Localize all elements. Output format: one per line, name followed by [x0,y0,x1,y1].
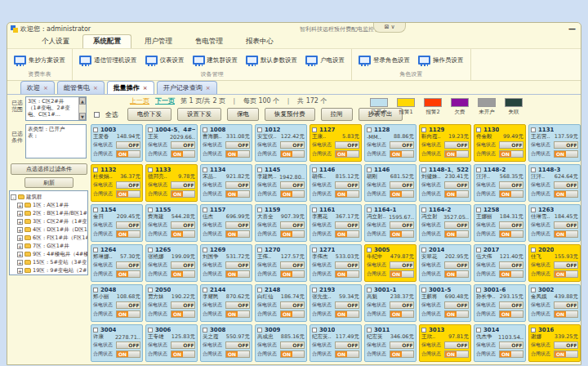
off-state[interactable]: OFF [183,342,194,348]
meter-checkbox[interactable] [312,208,317,212]
refresh-button[interactable]: 刷新 [24,177,74,188]
meter-card[interactable]: 1012 安宝仪.. 122.42元 保电状态 OFF 合闸状态 ON [255,124,307,162]
gate-status-toggle[interactable]: ON [444,270,469,278]
meter-checkbox[interactable] [476,208,481,212]
supply-status-toggle[interactable]: OFF [444,301,469,309]
supply-status-toggle[interactable]: OFF [335,341,359,349]
close-tab-icon[interactable]: × [206,85,211,92]
off-state[interactable]: OFF [402,302,413,308]
tree-node[interactable]: + 9区：4#楼电井（4#楼… [11,250,87,258]
selected-condition-box[interactable]: 表类型：已开户表； [25,124,87,158]
on-state[interactable]: ON [117,271,128,277]
meter-checkbox[interactable] [421,248,426,252]
off-state[interactable]: OFF [566,302,577,308]
meter-card[interactable]: 1132 杜俊娟.. 36.37元 保电状态 OFF 合闸状态 ON [91,164,143,202]
ribbon-button[interactable]: 集抄方案设置 [14,56,65,65]
gate-status-toggle[interactable]: ON [171,190,195,198]
expand-icon[interactable]: + [17,260,23,266]
off-state[interactable]: OFF [292,342,304,348]
gate-status-toggle[interactable]: ON [554,150,578,158]
gate-status-toggle[interactable]: ON [335,190,359,198]
minimize-button[interactable]: — [568,25,576,33]
meter-card[interactable]: 1131 王若营.. 137.59元 保电状态 OFF 合闸状态 ON [528,124,581,162]
gate-status-toggle[interactable]: ON [499,190,523,198]
meter-checkbox[interactable] [203,208,207,212]
selected-range-listbox[interactable]: 3区：C区2#井（1#变电、2#变电、C区1#… ▲ ▼ [25,96,87,121]
expand-icon[interactable]: + [17,227,23,233]
off-state[interactable]: OFF [292,262,304,268]
meter-checkbox[interactable] [93,248,98,252]
supply-status-toggle[interactable]: OFF [280,221,305,229]
on-state[interactable]: ON [226,351,238,357]
gate-status-toggle[interactable]: ON [390,350,414,358]
gate-status-toggle[interactable]: ON [499,270,523,278]
supply-status-toggle[interactable]: OFF [116,261,140,269]
gate-status-toggle[interactable]: ON [335,150,359,158]
tree-node[interactable]: + 15区：5#变站（3#变… [11,258,87,266]
meter-checkbox[interactable] [257,248,262,252]
meter-card[interactable]: 1133 德邦亮.. 9.78元 保电状态 OFF 合闸状态 ON [145,164,198,202]
ribbon-button[interactable]: 建筑群设置 [193,56,238,65]
gate-status-toggle[interactable]: ON [554,230,578,238]
gate-status-toggle[interactable]: ON [225,310,250,318]
tree-node[interactable]: + 6区：F区1#井（F区1#… [11,234,87,242]
supply-status-toggle[interactable]: OFF [390,181,414,189]
meter-card[interactable]: 3001-5 王麒将 690.48元 保电状态 OFF 合闸状态 ON [419,284,471,322]
tree-node[interactable]: + 3区：C区2#井（1#变… [11,217,87,225]
gate-status-toggle[interactable]: ON [116,270,140,278]
meter-card[interactable]: 3016 谢娜 339.25元 保电状态 OFF 合闸状态 ON [528,324,581,362]
off-state[interactable]: OFF [511,342,523,348]
supply-status-toggle[interactable]: OFF [116,301,140,309]
off-state[interactable]: OFF [183,222,194,228]
meter-card[interactable]: 1129 靳向霞.. 19.23元 保电状态 OFF 合闸状态 ON [419,124,471,162]
meter-checkbox[interactable] [476,127,481,132]
meter-checkbox[interactable] [367,328,372,333]
gate-status-toggle[interactable]: ON [171,270,195,278]
gate-status-toggle[interactable]: ON [116,190,140,198]
on-state[interactable]: ON [336,271,347,277]
supply-status-toggle[interactable]: OFF [390,221,414,229]
meter-card[interactable]: 3010 纪宏英.. 117.49元 保电状态 OFF 合闸状态 ON [310,324,362,362]
gate-status-toggle[interactable]: ON [499,150,523,158]
supply-status-toggle[interactable]: OFF [171,181,195,189]
on-state[interactable]: ON [500,271,511,277]
off-state[interactable]: OFF [457,302,468,308]
tree-node[interactable]: + 19区：9#变电站（2#… [11,266,87,274]
on-state[interactable]: ON [445,271,457,277]
gate-status-toggle[interactable]: ON [444,310,469,318]
on-state[interactable]: ON [226,271,238,277]
meter-card[interactable]: 3001-6 孙长争.. 293.15元 保电状态 OFF 合闸状态 O [474,284,526,322]
meter-checkbox[interactable] [367,248,372,252]
on-state[interactable]: ON [281,151,292,157]
gate-status-toggle[interactable]: ON [280,190,305,198]
close-tab-icon[interactable]: × [143,85,148,92]
supply-status-toggle[interactable]: OFF [499,301,523,309]
tree-root[interactable]: - 建筑群 [11,193,87,201]
meter-card[interactable]: 1159 大喜全 907.39元 保电状态 OFF 合闸状态 ON [255,204,307,242]
batch-action-button[interactable]: 电价下发 [127,108,172,121]
document-tab[interactable]: 能管售电 × [57,81,105,94]
off-state[interactable]: OFF [457,182,468,188]
off-state[interactable]: OFF [238,302,249,308]
on-state[interactable]: ON [336,151,347,157]
ribbon-button[interactable]: 默认参数设置 [246,56,297,65]
expand-icon[interactable]: + [17,235,23,241]
supply-status-toggle[interactable]: OFF [554,261,578,269]
gate-status-toggle[interactable]: ON [335,310,359,318]
meter-checkbox[interactable] [93,328,98,333]
supply-status-toggle[interactable]: OFF [444,341,469,349]
supply-status-toggle[interactable]: OFF [335,221,359,229]
meter-card[interactable]: 1146 胡伟.. 815.12元 保电状态 OFF 合闸状态 ON [310,164,362,202]
off-state[interactable]: OFF [238,182,249,188]
supply-status-toggle[interactable]: OFF [335,141,359,149]
off-state[interactable]: OFF [347,302,359,308]
on-state[interactable]: ON [172,151,183,157]
on-state[interactable]: ON [226,311,238,317]
on-state[interactable]: ON [281,271,292,277]
meter-checkbox[interactable] [367,167,372,172]
gate-status-toggle[interactable]: ON [554,350,578,358]
supply-status-toggle[interactable]: OFF [116,341,140,349]
meter-card[interactable]: 1265 张艳娜 199.09元 保电状态 OFF 合闸状态 ON [145,244,198,282]
supply-status-toggle[interactable]: OFF [225,341,250,349]
supply-status-toggle[interactable]: OFF [554,301,578,309]
